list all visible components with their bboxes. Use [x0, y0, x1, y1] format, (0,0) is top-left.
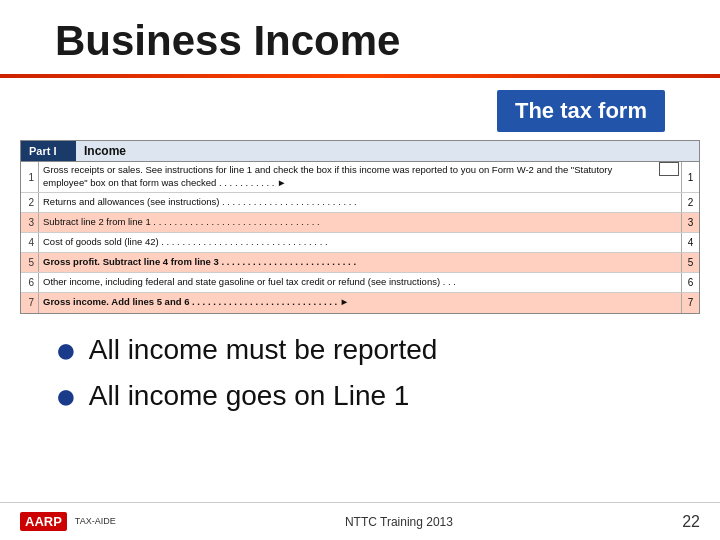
part-label: Part I: [21, 141, 76, 161]
row-line-number: 2: [681, 193, 699, 212]
row-line-number: 5: [681, 253, 699, 272]
aarp-logo-text: AARP: [20, 512, 67, 531]
row-description: Returns and allowances (see instructions…: [39, 193, 681, 212]
income-form-table: Part I Income 1Gross receipts or sales. …: [20, 140, 700, 314]
tax-aide-text: TAX-AIDE: [75, 516, 116, 527]
income-label: Income: [76, 141, 134, 161]
table-row: 7Gross income. Add lines 5 and 6 . . . .…: [21, 293, 699, 313]
list-item: ●All income goes on Line 1: [55, 378, 665, 414]
row-line-number: 7: [681, 293, 699, 313]
table-row: 1Gross receipts or sales. See instructio…: [21, 162, 699, 193]
row-line-number: 3: [681, 213, 699, 232]
footer: AARP TAX-AIDE NTTC Training 2013 22: [0, 502, 720, 540]
row-number: 4: [21, 233, 39, 252]
row-description: Other income, including federal and stat…: [39, 273, 681, 292]
bullet-dot-icon: ●: [55, 378, 77, 414]
row-number: 3: [21, 213, 39, 232]
row-description: Subtract line 2 from line 1 . . . . . . …: [39, 213, 681, 232]
bullet-text: All income goes on Line 1: [89, 380, 410, 412]
bullets-section: ●All income must be reported●All income …: [0, 314, 720, 434]
footer-page-num: 22: [682, 513, 700, 531]
bullet-text: All income must be reported: [89, 334, 438, 366]
row-line-number: 4: [681, 233, 699, 252]
bullet-dot-icon: ●: [55, 332, 77, 368]
row-checkbox: [659, 162, 679, 176]
row-description: Gross receipts or sales. See instruction…: [39, 162, 657, 192]
list-item: ●All income must be reported: [55, 332, 665, 368]
table-row: 3Subtract line 2 from line 1 . . . . . .…: [21, 213, 699, 233]
table-row: 5Gross profit. Subtract line 4 from line…: [21, 253, 699, 273]
row-number: 5: [21, 253, 39, 272]
aarp-logo: AARP: [20, 512, 67, 531]
tax-form-label: The tax form: [497, 90, 665, 132]
row-line-number: 1: [681, 162, 699, 192]
footer-left: AARP TAX-AIDE: [20, 512, 116, 531]
table-row: 4Cost of goods sold (line 42) . . . . . …: [21, 233, 699, 253]
page-title: Business Income: [0, 0, 720, 74]
table-row: 6Other income, including federal and sta…: [21, 273, 699, 293]
row-number: 7: [21, 293, 39, 313]
table-row: 2Returns and allowances (see instruction…: [21, 193, 699, 213]
row-description: Gross profit. Subtract line 4 from line …: [39, 253, 681, 272]
footer-center-text: NTTC Training 2013: [345, 515, 453, 529]
row-number: 6: [21, 273, 39, 292]
row-number: 1: [21, 162, 39, 192]
row-description: Cost of goods sold (line 42) . . . . . .…: [39, 233, 681, 252]
row-line-number: 6: [681, 273, 699, 292]
row-description: Gross income. Add lines 5 and 6 . . . . …: [39, 293, 681, 313]
row-number: 2: [21, 193, 39, 212]
